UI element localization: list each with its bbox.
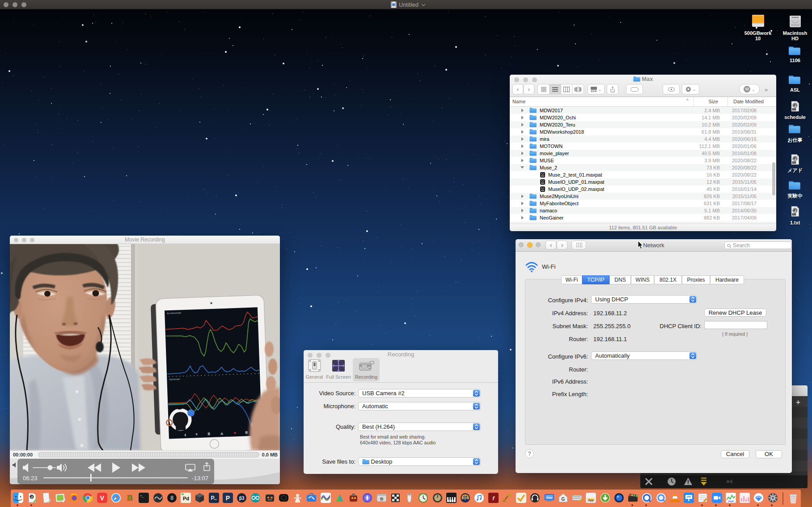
svg-text:-13:07: -13:07 [192, 475, 208, 482]
svg-text:G: G [561, 497, 565, 502]
svg-text:V: V [100, 494, 104, 502]
svg-text:P..: P.. [211, 495, 216, 501]
svg-text:B: B [127, 494, 131, 502]
svg-text:>_: >_ [140, 494, 144, 498]
svg-text:J: J [31, 495, 33, 499]
svg-text:8: 8 [170, 495, 173, 501]
svg-text:P: P [226, 494, 230, 502]
svg-text:intel: intel [728, 500, 734, 503]
svg-text:Gyroscope: Gyroscope [169, 377, 180, 380]
svg-text:App: App [588, 499, 594, 502]
svg-text:β3: β3 [239, 496, 245, 501]
svg-text:Pd: Pd [183, 496, 189, 501]
svg-text:Free: Free [546, 496, 552, 499]
svg-text:Accelerometer: Accelerometer [167, 311, 182, 314]
svg-text:06:23: 06:23 [23, 475, 38, 482]
